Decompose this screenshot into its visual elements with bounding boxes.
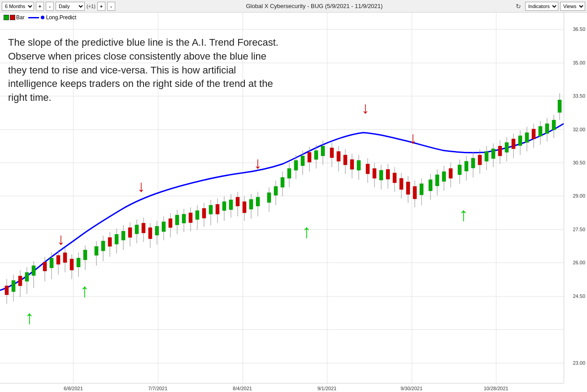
svg-rect-49 — [175, 215, 179, 225]
svg-rect-55 — [196, 211, 199, 220]
svg-rect-103 — [366, 164, 370, 174]
svg-rect-7 — [25, 272, 29, 281]
svg-rect-151 — [532, 129, 535, 139]
svg-rect-53 — [189, 213, 192, 223]
svg-rect-91 — [321, 146, 325, 156]
svg-rect-143 — [505, 142, 509, 152]
interval-select[interactable]: Daily Weekly Monthly — [56, 2, 85, 11]
indicators-select[interactable]: Indicators — [525, 2, 558, 11]
svg-rect-99 — [350, 159, 354, 169]
svg-rect-1 — [5, 286, 9, 295]
views-select[interactable]: Views — [560, 2, 585, 11]
svg-rect-69 — [243, 202, 246, 213]
period-select[interactable]: 6 Months 1 Month 3 Months 1 Year 2 Years… — [2, 2, 34, 11]
svg-rect-35 — [128, 228, 132, 237]
candle-minus-button[interactable]: - — [107, 2, 115, 11]
svg-rect-13 — [50, 258, 53, 268]
svg-rect-95 — [337, 151, 340, 161]
svg-rect-117 — [413, 186, 417, 199]
y-label-2450: 24.50 — [573, 293, 585, 299]
svg-rect-77 — [274, 186, 278, 195]
x-label-91: 9/1/2021 — [317, 386, 337, 391]
refresh-button[interactable]: ↻ — [513, 2, 523, 11]
arrow-red-down-5: ↓ — [409, 130, 417, 146]
x-label-930: 9/30/2021 — [400, 386, 422, 391]
plus1-label: (+1) — [87, 4, 96, 9]
svg-rect-93 — [330, 148, 334, 158]
svg-rect-23 — [83, 250, 87, 260]
svg-rect-85 — [301, 156, 304, 166]
svg-rect-9 — [32, 266, 35, 276]
svg-rect-61 — [216, 204, 219, 214]
arrow-red-down-1: ↓ — [57, 231, 65, 247]
svg-rect-51 — [182, 214, 186, 223]
y-label-3200: 32.00 — [573, 127, 585, 132]
svg-rect-157 — [552, 120, 556, 130]
svg-rect-5 — [18, 276, 22, 286]
legend-bar-red-icon — [10, 15, 15, 20]
legend-bar-green-icon — [4, 15, 9, 20]
y-label-2900: 29.00 — [573, 193, 585, 198]
svg-rect-81 — [287, 168, 291, 178]
svg-rect-139 — [491, 149, 495, 159]
legend: Bar Long.Predict — [4, 14, 76, 21]
x-label-77: 7/7/2021 — [148, 386, 168, 391]
svg-rect-33 — [122, 231, 125, 240]
svg-rect-97 — [344, 155, 347, 165]
chart-title: Global X Cybersecurity - BUG (5/9/2021 -… — [117, 3, 512, 9]
svg-rect-83 — [294, 160, 298, 170]
svg-rect-79 — [281, 177, 284, 187]
predict-line — [0, 124, 564, 290]
svg-rect-67 — [236, 197, 239, 206]
svg-rect-159 — [558, 100, 561, 112]
arrow-red-down-2: ↓ — [137, 178, 145, 194]
svg-rect-65 — [229, 200, 233, 210]
svg-rect-105 — [373, 168, 376, 178]
svg-rect-57 — [202, 208, 206, 218]
y-label-2750: 27.50 — [573, 227, 585, 232]
arrow-green-up-1: ↑ — [25, 308, 34, 327]
svg-rect-45 — [162, 222, 165, 232]
period-plus-button[interactable]: + — [36, 2, 44, 11]
svg-rect-125 — [442, 172, 446, 181]
svg-rect-73 — [256, 197, 260, 206]
svg-rect-129 — [458, 165, 461, 175]
svg-rect-71 — [249, 199, 253, 209]
svg-rect-131 — [465, 161, 468, 171]
svg-rect-109 — [386, 169, 390, 179]
svg-rect-101 — [357, 160, 361, 170]
candle-plus-button[interactable]: + — [97, 2, 105, 11]
svg-rect-21 — [77, 258, 80, 267]
svg-rect-15 — [57, 255, 60, 264]
svg-rect-115 — [406, 182, 410, 194]
svg-rect-119 — [420, 184, 423, 195]
svg-rect-127 — [449, 168, 452, 178]
svg-rect-41 — [148, 228, 152, 239]
y-label-3650: 36.50 — [573, 26, 585, 32]
arrow-green-up-4: ↑ — [459, 205, 468, 224]
svg-rect-43 — [155, 226, 159, 235]
svg-rect-39 — [142, 223, 145, 233]
period-minus-button[interactable]: - — [46, 2, 54, 11]
svg-rect-149 — [525, 133, 529, 142]
y-label-2600: 26.00 — [573, 260, 585, 265]
legend-predict-label: Long.Predict — [46, 14, 76, 21]
svg-rect-31 — [115, 234, 118, 244]
svg-rect-137 — [485, 151, 488, 161]
x-label-608: 6/8/2021 — [64, 386, 83, 391]
svg-rect-37 — [135, 225, 139, 234]
svg-rect-63 — [222, 202, 226, 211]
arrow-green-up-2: ↑ — [80, 281, 89, 300]
arrow-red-down-3: ↓ — [254, 155, 262, 171]
y-label-3050: 30.50 — [573, 160, 585, 165]
svg-rect-17 — [63, 253, 67, 263]
svg-rect-107 — [379, 170, 383, 180]
legend-bar-label: Bar — [16, 14, 25, 21]
svg-rect-111 — [393, 173, 396, 183]
svg-rect-75 — [267, 193, 271, 202]
svg-rect-121 — [429, 180, 432, 191]
svg-rect-47 — [169, 219, 172, 228]
y-label-3350: 33.50 — [573, 93, 585, 99]
legend-predict-dot-icon — [41, 16, 44, 19]
x-label-84: 8/4/2021 — [233, 386, 252, 391]
